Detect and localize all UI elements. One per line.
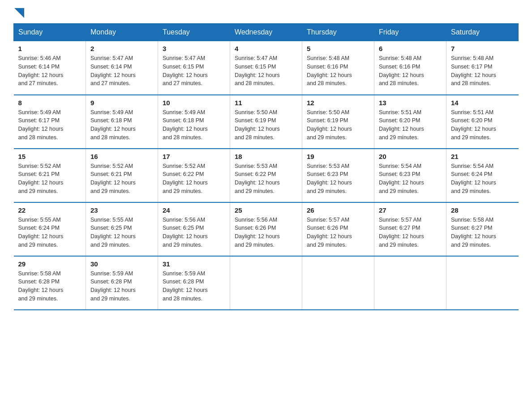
day-number: 21 [451, 153, 514, 160]
calendar-cell: 15 Sunrise: 5:52 AMSunset: 6:21 PMDaylig… [14, 149, 86, 202]
day-info: Sunrise: 5:50 AMSunset: 6:19 PMDaylight:… [307, 109, 352, 141]
day-number: 29 [18, 260, 82, 268]
calendar-cell: 24 Sunrise: 5:56 AMSunset: 6:25 PMDaylig… [158, 202, 230, 256]
calendar-cell [302, 256, 374, 310]
calendar-cell: 23 Sunrise: 5:55 AMSunset: 6:25 PMDaylig… [86, 202, 158, 256]
calendar-cell: 19 Sunrise: 5:53 AMSunset: 6:23 PMDaylig… [302, 149, 374, 202]
weekday-header-saturday: Saturday [446, 24, 519, 41]
day-info: Sunrise: 5:46 AMSunset: 6:14 PMDaylight:… [18, 55, 64, 86]
day-info: Sunrise: 5:55 AMSunset: 6:24 PMDaylight:… [18, 217, 64, 248]
day-info: Sunrise: 5:55 AMSunset: 6:25 PMDaylight:… [90, 217, 136, 248]
day-number: 27 [379, 206, 442, 214]
weekday-header-friday: Friday [374, 24, 446, 41]
day-number: 18 [235, 153, 297, 160]
day-number: 31 [163, 260, 225, 268]
day-number: 9 [90, 99, 153, 107]
calendar-table: SundayMondayTuesdayWednesdayThursdayFrid… [13, 23, 519, 310]
logo-arrow-icon [14, 8, 24, 18]
day-info: Sunrise: 5:47 AMSunset: 6:15 PMDaylight:… [235, 55, 280, 86]
day-info: Sunrise: 5:57 AMSunset: 6:26 PMDaylight:… [307, 217, 352, 248]
day-number: 15 [18, 153, 82, 160]
calendar-cell: 6 Sunrise: 5:48 AMSunset: 6:16 PMDayligh… [374, 41, 446, 95]
day-info: Sunrise: 5:54 AMSunset: 6:23 PMDaylight:… [379, 163, 424, 194]
calendar-week-row: 22 Sunrise: 5:55 AMSunset: 6:24 PMDaylig… [14, 202, 519, 256]
calendar-cell: 26 Sunrise: 5:57 AMSunset: 6:26 PMDaylig… [302, 202, 374, 256]
day-number: 11 [235, 99, 297, 107]
day-info: Sunrise: 5:56 AMSunset: 6:25 PMDaylight:… [163, 217, 208, 248]
calendar-cell [446, 256, 519, 310]
day-number: 30 [90, 260, 153, 268]
day-number: 20 [379, 153, 442, 160]
calendar-cell [230, 256, 302, 310]
weekday-header-row: SundayMondayTuesdayWednesdayThursdayFrid… [14, 24, 519, 41]
calendar-week-row: 1 Sunrise: 5:46 AMSunset: 6:14 PMDayligh… [14, 41, 519, 95]
day-info: Sunrise: 5:53 AMSunset: 6:23 PMDaylight:… [307, 163, 352, 194]
day-info: Sunrise: 5:48 AMSunset: 6:16 PMDaylight:… [379, 55, 424, 86]
day-info: Sunrise: 5:51 AMSunset: 6:20 PMDaylight:… [451, 109, 496, 141]
calendar-week-row: 15 Sunrise: 5:52 AMSunset: 6:21 PMDaylig… [14, 149, 519, 202]
day-number: 12 [307, 99, 369, 107]
day-info: Sunrise: 5:52 AMSunset: 6:22 PMDaylight:… [163, 163, 208, 194]
calendar-week-row: 8 Sunrise: 5:49 AMSunset: 6:17 PMDayligh… [14, 95, 519, 149]
day-number: 2 [90, 45, 153, 52]
day-number: 1 [18, 45, 82, 52]
weekday-header-thursday: Thursday [302, 24, 374, 41]
day-info: Sunrise: 5:58 AMSunset: 6:28 PMDaylight:… [18, 270, 64, 302]
day-info: Sunrise: 5:54 AMSunset: 6:24 PMDaylight:… [451, 163, 496, 194]
day-info: Sunrise: 5:52 AMSunset: 6:21 PMDaylight:… [90, 163, 136, 194]
day-info: Sunrise: 5:51 AMSunset: 6:20 PMDaylight:… [379, 109, 424, 141]
calendar-cell: 25 Sunrise: 5:56 AMSunset: 6:26 PMDaylig… [230, 202, 302, 256]
day-number: 7 [451, 45, 514, 52]
page-header [13, 9, 519, 19]
day-number: 6 [379, 45, 442, 52]
calendar-cell: 7 Sunrise: 5:48 AMSunset: 6:17 PMDayligh… [446, 41, 519, 95]
day-number: 8 [18, 99, 82, 107]
day-info: Sunrise: 5:56 AMSunset: 6:26 PMDaylight:… [235, 217, 280, 248]
day-info: Sunrise: 5:48 AMSunset: 6:16 PMDaylight:… [307, 55, 352, 86]
day-number: 23 [90, 206, 153, 214]
day-number: 10 [163, 99, 225, 107]
calendar-cell [374, 256, 446, 310]
day-info: Sunrise: 5:59 AMSunset: 6:28 PMDaylight:… [163, 270, 208, 302]
day-info: Sunrise: 5:53 AMSunset: 6:22 PMDaylight:… [235, 163, 280, 194]
calendar-cell: 1 Sunrise: 5:46 AMSunset: 6:14 PMDayligh… [14, 41, 86, 95]
day-info: Sunrise: 5:57 AMSunset: 6:27 PMDaylight:… [379, 217, 424, 248]
day-info: Sunrise: 5:50 AMSunset: 6:19 PMDaylight:… [235, 109, 280, 141]
calendar-cell: 21 Sunrise: 5:54 AMSunset: 6:24 PMDaylig… [446, 149, 519, 202]
calendar-cell: 2 Sunrise: 5:47 AMSunset: 6:14 PMDayligh… [86, 41, 158, 95]
day-number: 24 [163, 206, 225, 214]
calendar-cell: 9 Sunrise: 5:49 AMSunset: 6:18 PMDayligh… [86, 95, 158, 149]
calendar-cell: 5 Sunrise: 5:48 AMSunset: 6:16 PMDayligh… [302, 41, 374, 95]
calendar-cell: 11 Sunrise: 5:50 AMSunset: 6:19 PMDaylig… [230, 95, 302, 149]
calendar-cell: 31 Sunrise: 5:59 AMSunset: 6:28 PMDaylig… [158, 256, 230, 310]
calendar-cell: 30 Sunrise: 5:59 AMSunset: 6:28 PMDaylig… [86, 256, 158, 310]
day-number: 19 [307, 153, 369, 160]
day-number: 13 [379, 99, 442, 107]
calendar-cell: 16 Sunrise: 5:52 AMSunset: 6:21 PMDaylig… [86, 149, 158, 202]
weekday-header-tuesday: Tuesday [158, 24, 230, 41]
calendar-cell: 3 Sunrise: 5:47 AMSunset: 6:15 PMDayligh… [158, 41, 230, 95]
weekday-header-sunday: Sunday [14, 24, 86, 41]
day-number: 22 [18, 206, 82, 214]
calendar-cell: 13 Sunrise: 5:51 AMSunset: 6:20 PMDaylig… [374, 95, 446, 149]
day-number: 25 [235, 206, 297, 214]
day-info: Sunrise: 5:59 AMSunset: 6:28 PMDaylight:… [90, 270, 136, 302]
calendar-cell: 18 Sunrise: 5:53 AMSunset: 6:22 PMDaylig… [230, 149, 302, 202]
day-number: 14 [451, 99, 514, 107]
svg-marker-0 [14, 8, 24, 18]
calendar-cell: 22 Sunrise: 5:55 AMSunset: 6:24 PMDaylig… [14, 202, 86, 256]
calendar-week-row: 29 Sunrise: 5:58 AMSunset: 6:28 PMDaylig… [14, 256, 519, 310]
day-number: 28 [451, 206, 514, 214]
day-info: Sunrise: 5:49 AMSunset: 6:18 PMDaylight:… [163, 109, 208, 141]
day-number: 26 [307, 206, 369, 214]
day-info: Sunrise: 5:47 AMSunset: 6:15 PMDaylight:… [163, 55, 208, 86]
calendar-cell: 10 Sunrise: 5:49 AMSunset: 6:18 PMDaylig… [158, 95, 230, 149]
day-number: 4 [235, 45, 297, 52]
logo [13, 9, 24, 19]
calendar-cell: 28 Sunrise: 5:58 AMSunset: 6:27 PMDaylig… [446, 202, 519, 256]
weekday-header-wednesday: Wednesday [230, 24, 302, 41]
calendar-cell: 4 Sunrise: 5:47 AMSunset: 6:15 PMDayligh… [230, 41, 302, 95]
day-number: 5 [307, 45, 369, 52]
day-info: Sunrise: 5:47 AMSunset: 6:14 PMDaylight:… [90, 55, 136, 86]
calendar-cell: 29 Sunrise: 5:58 AMSunset: 6:28 PMDaylig… [14, 256, 86, 310]
